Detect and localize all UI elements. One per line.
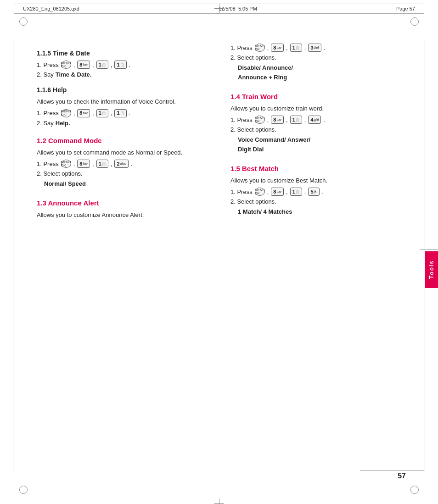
options-12: Normal/ Speed xyxy=(44,179,212,189)
body-116: Allows you to check the information of V… xyxy=(37,97,212,106)
key-1-6: 1📋 xyxy=(290,188,302,196)
step-116-1: 1. Press MENUOK, 8tuv, 1📋, 1📋. xyxy=(37,109,212,117)
key-8tuv-2: 8tuv xyxy=(77,109,90,117)
key-8tuv-1: 8tuv xyxy=(77,61,90,69)
body-14: Allows you to customize train word. xyxy=(230,104,406,113)
body-15: Allows you to customize Best Match. xyxy=(230,176,406,185)
key-1-5: 1📋 xyxy=(290,116,302,124)
heading-15: 1.5 Best Match xyxy=(230,165,406,172)
section-13-right: 1. Press MENUOK, 8tuv, 1📋, 3def. 2. Sele… xyxy=(230,44,406,83)
tools-divider-top xyxy=(420,249,438,249)
step-115-2: 2. Say Time & Date. xyxy=(37,71,212,78)
key-1-4: 1📋 xyxy=(290,44,302,52)
key-2abc-3: 2abc xyxy=(114,160,128,168)
content-area: 1.1.5 Time & Date 1. Press MENUOK, 8tuv,… xyxy=(0,23,438,240)
key-4ghi-5: 4ghi xyxy=(308,116,321,124)
body-13: Allows you to customize Announce Alert. xyxy=(37,210,212,220)
step-12-1: 1. Press MENUOK, 8tuv, 1📋, 2abc. xyxy=(37,160,212,168)
left-border xyxy=(13,40,13,471)
key-1a-2: 1📋 xyxy=(96,109,108,117)
crosshair-bottom xyxy=(214,498,224,504)
key-8tuv-6: 8tuv xyxy=(271,188,284,196)
option-12-text: Normal/ Speed xyxy=(44,180,86,187)
key-1b-2: 1📋 xyxy=(114,109,126,117)
step-15-1: 1. Press MENUOK, 8tuv, 1📋, 5jkl. xyxy=(230,188,406,196)
left-column: 1.1.5 Time & Date 1. Press MENUOK, 8tuv,… xyxy=(37,41,212,222)
key-menu-ok-2: MENUOK xyxy=(61,109,71,117)
key-menu-ok-4: MENUOK xyxy=(255,44,265,52)
heading-116: 1.1.6 Help xyxy=(37,86,212,94)
step-115-1: 1. Press MENUOK, 8tuv, 1📋, 1📋. xyxy=(37,61,212,69)
page-container: UX280_Eng_081205.qxd 12/5/08 5:05 PM Pag… xyxy=(0,4,438,504)
key-1a-1: 1📋 xyxy=(96,61,108,69)
reg-mark-top-left xyxy=(19,17,28,26)
body-12: Allows you to set command mode as Normal… xyxy=(37,148,212,157)
key-menu-ok-5: MENUOK xyxy=(255,116,265,124)
right-column: 1. Press MENUOK, 8tuv, 1📋, 3def. 2. Sele… xyxy=(230,41,406,222)
page-number: 57 xyxy=(398,472,406,480)
heading-115: 1.1.5 Time & Date xyxy=(37,50,212,57)
section-12: 1.2 Command Mode Allows you to set comma… xyxy=(37,137,212,189)
section-116: 1.1.6 Help Allows you to check the infor… xyxy=(37,86,212,127)
options-13: Disable/ Announce/Announce + Ring xyxy=(238,63,406,83)
step-15-2: 2. Select options. xyxy=(230,198,406,205)
option-14-text: Voice Command/ Answer/Digit Dial xyxy=(238,136,310,153)
key-3def-4: 3def xyxy=(308,44,321,52)
heading-12: 1.2 Command Mode xyxy=(37,137,212,144)
key-1-3: 1📋 xyxy=(96,160,108,168)
key-8tuv-3: 8tuv xyxy=(77,160,90,168)
step-13-2: 2. Select options. xyxy=(230,54,406,61)
key-menu-ok-3: MENUOK xyxy=(61,160,71,168)
options-15: 1 Match/ 4 Matches xyxy=(238,207,406,217)
key-8tuv-4: 8tuv xyxy=(271,44,284,52)
step-116-2: 2. Say Help. xyxy=(37,120,212,127)
bottom-line xyxy=(360,471,424,471)
heading-14: 1.4 Train Word xyxy=(230,93,406,100)
section-14: 1.4 Train Word Allows you to customize t… xyxy=(230,93,406,155)
section-115: 1.1.5 Time & Date 1. Press MENUOK, 8tuv,… xyxy=(37,50,212,78)
option-15-text: 1 Match/ 4 Matches xyxy=(238,208,292,215)
step-14-2: 2. Select options. xyxy=(230,126,406,133)
options-14: Voice Command/ Answer/Digit Dial xyxy=(238,135,406,155)
key-menu-ok-1: MENUOK xyxy=(61,61,71,69)
step-13-1: 1. Press MENUOK, 8tuv, 1📋, 3def. xyxy=(230,44,406,52)
header-center: 12/5/08 5:05 PM xyxy=(219,6,257,11)
option-13-text: Disable/ Announce/Announce + Ring xyxy=(238,64,293,81)
step-14-1: 1. Press MENUOK, 8tuv, 1📋, 4ghi. xyxy=(230,116,406,124)
section-13: 1.3 Announce Alert Allows you to customi… xyxy=(37,199,212,220)
heading-13: 1.3 Announce Alert xyxy=(37,199,212,207)
step-12-2: 2. Select options. xyxy=(37,170,212,177)
reg-mark-bottom-right xyxy=(410,486,419,494)
sidebar-tools-label: Tools xyxy=(428,260,435,279)
reg-mark-top-right xyxy=(410,17,419,26)
key-1b-1: 1📋 xyxy=(114,61,126,69)
header-right: Page 57 xyxy=(396,6,415,11)
reg-mark-bottom-left xyxy=(19,486,28,494)
sidebar-tools: Tools xyxy=(425,251,438,288)
header-left: UX280_Eng_081205.qxd xyxy=(23,6,79,11)
key-menu-ok-6: MENUOK xyxy=(255,188,265,196)
key-8tuv-5: 8tuv xyxy=(271,116,284,124)
key-5jkl-6: 5jkl xyxy=(308,188,320,196)
section-15: 1.5 Best Match Allows you to customize B… xyxy=(230,165,406,217)
crosshair-top xyxy=(214,4,224,13)
